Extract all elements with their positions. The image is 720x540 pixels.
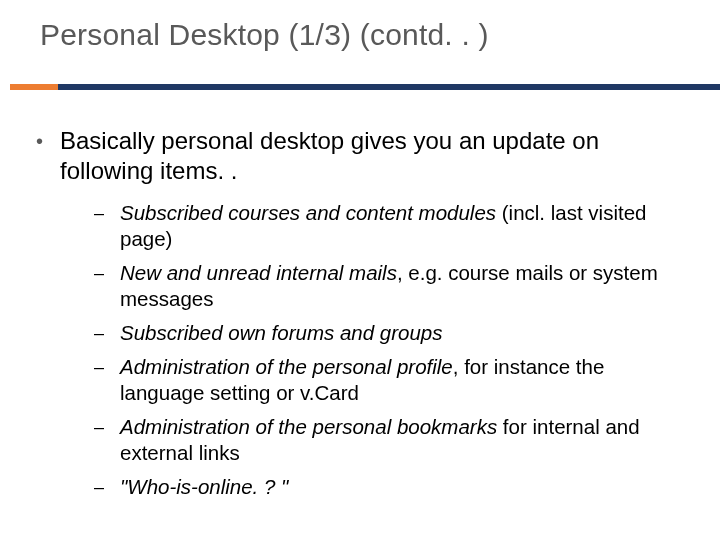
- list-item: – Administration of the personal bookmar…: [94, 414, 692, 466]
- sublist: – Subscribed courses and content modules…: [94, 200, 692, 500]
- item-em: "Who-is-online. ? ": [120, 475, 288, 498]
- list-item: – New and unread internal mails, e.g. co…: [94, 260, 692, 312]
- item-em: Administration of the personal profile: [120, 355, 453, 378]
- item-text: Administration of the personal bookmarks…: [120, 414, 692, 466]
- item-em: Subscribed courses and content modules: [120, 201, 496, 224]
- list-item: – Subscribed own forums and groups: [94, 320, 692, 346]
- dash-icon: –: [94, 260, 120, 312]
- lead-text: Basically personal desktop gives you an …: [60, 126, 692, 186]
- item-text: Subscribed own forums and groups: [120, 320, 443, 346]
- item-em: New and unread internal mails: [120, 261, 397, 284]
- divider: [0, 84, 720, 90]
- slide-title: Personal Desktop (1/3) (contd. . ): [40, 18, 720, 52]
- item-text: New and unread internal mails, e.g. cour…: [120, 260, 692, 312]
- item-text: "Who-is-online. ? ": [120, 474, 288, 500]
- dash-icon: –: [94, 474, 120, 500]
- list-item: – Subscribed courses and content modules…: [94, 200, 692, 252]
- lead-bullet: • Basically personal desktop gives you a…: [36, 126, 692, 186]
- title-area: Personal Desktop (1/3) (contd. . ): [0, 0, 720, 52]
- divider-accent: [10, 84, 58, 90]
- divider-main: [58, 84, 720, 90]
- dash-icon: –: [94, 354, 120, 406]
- item-text: Subscribed courses and content modules (…: [120, 200, 692, 252]
- body-content: • Basically personal desktop gives you a…: [36, 126, 692, 508]
- bullet-icon: •: [36, 126, 60, 186]
- dash-icon: –: [94, 414, 120, 466]
- list-item: – Administration of the personal profile…: [94, 354, 692, 406]
- item-text: Administration of the personal profile, …: [120, 354, 692, 406]
- item-em: Administration of the personal bookmarks: [120, 415, 497, 438]
- dash-icon: –: [94, 200, 120, 252]
- item-em: Subscribed own forums and groups: [120, 321, 443, 344]
- dash-icon: –: [94, 320, 120, 346]
- list-item: – "Who-is-online. ? ": [94, 474, 692, 500]
- slide: Personal Desktop (1/3) (contd. . ) • Bas…: [0, 0, 720, 540]
